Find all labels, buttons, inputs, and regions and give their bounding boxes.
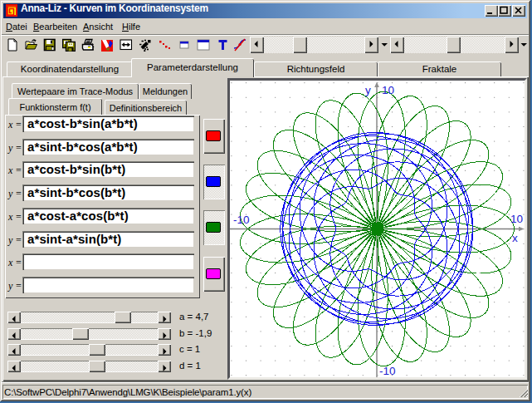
svg-text:-10: -10	[233, 214, 250, 226]
svg-text:y: y	[365, 84, 371, 96]
svg-text:x: x	[512, 232, 518, 244]
svg-text:-10: -10	[379, 365, 396, 377]
svg-text:10: 10	[510, 213, 523, 225]
svg-text:10: 10	[382, 84, 394, 96]
